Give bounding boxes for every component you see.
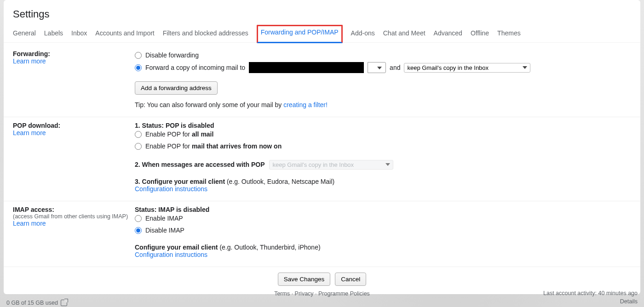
pop-action-select: keep Gmail's copy in the Inbox: [269, 160, 393, 170]
external-link-icon: [61, 300, 67, 306]
pop-learn-more-link[interactable]: Learn more: [13, 129, 46, 136]
imap-enable-radio[interactable]: [135, 215, 142, 222]
imap-status: Status: IMAP is disabled: [135, 206, 631, 213]
tab-addons[interactable]: Add-ons: [351, 25, 375, 42]
page-title: Settings: [4, 0, 640, 25]
forwarding-action-select[interactable]: keep Gmail's copy in the Inbox: [404, 63, 530, 73]
forwarding-section: Forwarding: Learn more Disable forwardin…: [4, 45, 640, 117]
forwarding-tip: Tip: You can also forward only some of y…: [135, 101, 631, 108]
tab-forwarding[interactable]: Forwarding and POP/IMAP: [257, 25, 343, 43]
and-text: and: [390, 63, 400, 73]
footer-links: Terms · Privacy · Programme Policies: [274, 290, 370, 297]
settings-panel: Settings General Labels Inbox Accounts a…: [4, 0, 640, 294]
pop-section: POP download: Learn more 1. Status: POP …: [4, 117, 640, 201]
imap-section: IMAP access: (access Gmail from other cl…: [4, 201, 640, 267]
forward-copy-label: Forward a copy of incoming mail to: [145, 63, 245, 73]
pop-enable-all-radio[interactable]: [135, 131, 142, 138]
settings-tabs: General Labels Inbox Accounts and Import…: [4, 25, 640, 43]
pop-enable-now-radio[interactable]: [135, 143, 142, 150]
pop-config-instructions-link[interactable]: Configuration instructions: [135, 185, 207, 193]
pop-configure: 3. Configure your email client (e.g. Out…: [135, 178, 631, 185]
footer: 0 GB of 15 GB used Terms · Privacy · Pro…: [0, 287, 644, 307]
pop-when-label: 2. When messages are accessed with POP: [135, 159, 264, 170]
forwarding-learn-more-link[interactable]: Learn more: [13, 57, 46, 65]
add-forwarding-address-button[interactable]: Add a forwarding address: [135, 81, 218, 95]
imap-heading: IMAP access:: [13, 206, 135, 213]
tab-advanced[interactable]: Advanced: [434, 25, 462, 42]
privacy-link[interactable]: Privacy: [295, 290, 314, 297]
tab-accounts[interactable]: Accounts and Import: [95, 25, 154, 42]
details-link[interactable]: Details: [620, 298, 638, 305]
tab-general[interactable]: General: [13, 25, 36, 42]
pop-status: 1. Status: POP is disabled: [135, 122, 631, 129]
imap-configure: Configure your email client (e.g. Outloo…: [135, 244, 631, 251]
disable-forwarding-label: Disable forwarding: [145, 50, 199, 60]
forwarding-address-redacted: [249, 62, 364, 73]
enable-forwarding-radio[interactable]: [135, 64, 142, 71]
pop-heading: POP download:: [13, 122, 135, 129]
tab-themes[interactable]: Themes: [497, 25, 521, 42]
imap-disable-label: Disable IMAP: [145, 225, 184, 235]
programme-policies-link[interactable]: Programme Policies: [318, 290, 370, 297]
storage-usage[interactable]: 0 GB of 15 GB used: [6, 300, 67, 306]
creating-filter-link[interactable]: creating a filter!: [283, 101, 328, 108]
tab-inbox[interactable]: Inbox: [71, 25, 87, 42]
tab-filters[interactable]: Filters and blocked addresses: [163, 25, 248, 42]
save-changes-button[interactable]: Save Changes: [278, 273, 331, 286]
disable-forwarding-radio[interactable]: [135, 52, 142, 59]
terms-link[interactable]: Terms: [274, 290, 290, 297]
imap-learn-more-link[interactable]: Learn more: [13, 220, 46, 227]
imap-subtext: (access Gmail from other clients using I…: [13, 213, 135, 220]
account-activity-text: Last account activity: 40 minutes ago: [543, 289, 638, 298]
forwarding-address-select[interactable]: [368, 62, 386, 73]
tab-offline[interactable]: Offline: [471, 25, 489, 42]
forwarding-heading: Forwarding:: [13, 50, 135, 57]
imap-enable-label: Enable IMAP: [145, 213, 183, 223]
imap-config-instructions-link[interactable]: Configuration instructions: [135, 251, 207, 258]
cancel-button[interactable]: Cancel: [335, 273, 366, 286]
tab-labels[interactable]: Labels: [44, 25, 63, 42]
imap-disable-radio[interactable]: [135, 227, 142, 234]
tab-chat[interactable]: Chat and Meet: [383, 25, 426, 42]
